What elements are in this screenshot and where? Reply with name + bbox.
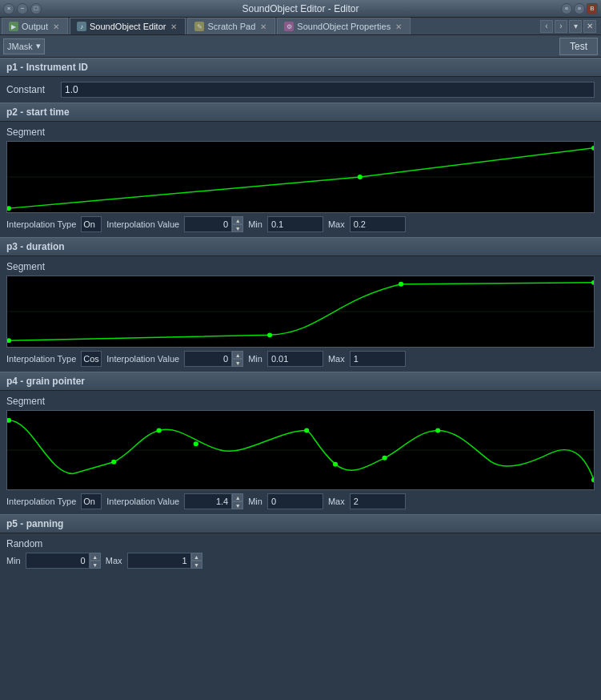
p3-spin-down[interactable]: ▼: [232, 359, 243, 367]
win-btn-r2[interactable]: »: [574, 3, 585, 14]
p3-max-label: Max: [328, 354, 345, 364]
tab-output-close[interactable]: ✕: [51, 22, 61, 31]
p2-interp-row: Interpolation Type On Off Cos Lin Interp…: [6, 216, 595, 232]
p4-spin-up[interactable]: ▲: [232, 493, 243, 501]
win-btn-maximize[interactable]: □: [30, 3, 42, 14]
p2-graph: [6, 141, 595, 213]
p5-header: p5 - panning: [0, 514, 601, 533]
p2-min-input[interactable]: [267, 216, 323, 232]
tab-scratch-pad[interactable]: ✎ Scratch Pad ✕: [187, 18, 275, 34]
test-button[interactable]: Test: [559, 38, 598, 55]
svg-point-10: [7, 418, 11, 423]
svg-point-18: [591, 477, 594, 482]
p3-interp-type-select[interactable]: Cos On Off Lin: [81, 351, 102, 367]
p3-min-label: Min: [248, 354, 262, 364]
tab-scratch-pad-close[interactable]: ✕: [258, 22, 268, 31]
jmask-dropdown-arrow: ▾: [36, 41, 41, 51]
svg-point-7: [399, 282, 403, 287]
p5-random-row: Min ▲ ▼ Max ▲ ▼: [6, 553, 595, 569]
p4-interp-spinner[interactable]: ▲ ▼: [232, 493, 243, 509]
p4-header: p4 - grain pointer: [0, 372, 601, 391]
p5-max-label: Max: [106, 556, 122, 565]
tab-nav-arrows[interactable]: ‹ › ▾ ✕: [540, 18, 599, 34]
p3-spin-up[interactable]: ▲: [232, 351, 243, 359]
win-btn-minimize[interactable]: −: [17, 3, 28, 14]
p3-interp-value-label: Interpolation Value: [106, 354, 179, 364]
p5-max-group: ▲ ▼: [127, 553, 202, 569]
tab-nav-right[interactable]: ›: [555, 20, 567, 33]
scratch-pad-tab-icon: ✎: [194, 22, 204, 31]
p5-max-input[interactable]: [127, 553, 191, 569]
p4-spin-down[interactable]: ▼: [232, 501, 243, 509]
svg-point-17: [435, 428, 440, 433]
p3-header: p3 - duration: [0, 237, 601, 256]
p2-interp-spinner[interactable]: ▲ ▼: [232, 216, 243, 232]
p5-min-input[interactable]: [26, 553, 90, 569]
p3-interp-type-label: Interpolation Type: [6, 354, 76, 364]
p5-content: Random Min ▲ ▼ Max ▲ ▼: [0, 533, 601, 573]
p3-segment-label: Segment: [6, 261, 595, 272]
jmask-dropdown[interactable]: JMask ▾: [3, 38, 45, 54]
p4-min-input[interactable]: [267, 493, 323, 509]
tab-soundobject-editor[interactable]: ♪ SoundObject Editor ✕: [70, 18, 186, 34]
p4-interp-value-input[interactable]: [184, 493, 232, 509]
soundobject-properties-tab-icon: ⚙: [284, 22, 294, 31]
p2-max-label: Max: [328, 219, 345, 229]
tab-nav-down[interactable]: ▾: [569, 20, 582, 33]
win-btn-r1[interactable]: «: [561, 3, 572, 14]
main-toolbar: JMask ▾ Test: [0, 35, 601, 58]
svg-point-1: [7, 206, 11, 211]
p3-min-input[interactable]: [267, 351, 323, 367]
svg-point-14: [304, 428, 309, 433]
p5-min-spin-up[interactable]: ▲: [90, 553, 101, 561]
p4-segment-label: Segment: [6, 396, 595, 407]
tab-nav-left[interactable]: ‹: [540, 20, 553, 33]
p5-max-spin-up[interactable]: ▲: [191, 553, 202, 561]
win-btn-r3[interactable]: B: [587, 3, 598, 14]
win-btn-close[interactable]: ×: [3, 3, 14, 14]
window-controls-right[interactable]: « » B: [561, 3, 598, 14]
main-content: p1 - Instrument ID Constant p2 - start t…: [0, 58, 601, 700]
p2-spin-up[interactable]: ▲: [232, 216, 243, 224]
p5-min-spinner[interactable]: ▲ ▼: [90, 553, 101, 569]
window-controls-left[interactable]: × − □: [3, 3, 42, 14]
p2-min-label: Min: [248, 219, 262, 229]
p4-min-label: Min: [248, 497, 262, 506]
p4-max-input[interactable]: [350, 493, 406, 509]
p2-interp-type-select[interactable]: On Off Cos Lin: [81, 216, 102, 232]
p1-content: Constant: [0, 77, 601, 103]
tab-soundobject-properties[interactable]: ⚙ SoundObject Properties ✕: [277, 18, 411, 34]
p3-interp-spinner[interactable]: ▲ ▼: [232, 351, 243, 367]
p2-max-input[interactable]: [350, 216, 406, 232]
p5-max-spinner[interactable]: ▲ ▼: [191, 553, 202, 569]
window-title: SoundObject Editor - Editor: [242, 3, 359, 14]
p1-constant-label: Constant: [6, 84, 54, 95]
p5-random-label: Random: [6, 538, 595, 549]
tab-nav-close[interactable]: ✕: [583, 20, 596, 33]
p5-max-spin-down[interactable]: ▼: [191, 561, 202, 569]
p4-content: Segment Interpolation Type On: [0, 391, 601, 514]
tab-bar: ▶ Output ✕ ♪ SoundObject Editor ✕ ✎ Scra…: [0, 18, 601, 35]
p2-interp-value-group: ▲ ▼: [184, 216, 243, 232]
p3-max-input[interactable]: [350, 351, 406, 367]
p5-min-label: Min: [6, 556, 21, 565]
tab-soundobject-editor-close[interactable]: ✕: [169, 22, 178, 31]
p3-interp-value-group: ▲ ▼: [184, 351, 243, 367]
p4-interp-type-select[interactable]: On Off Cos Lin: [81, 493, 102, 509]
tab-output[interactable]: ▶ Output ✕: [2, 18, 68, 34]
p1-header: p1 - Instrument ID: [0, 58, 601, 77]
p2-interp-value-input[interactable]: [184, 216, 232, 232]
soundobject-editor-tab-icon: ♪: [77, 22, 86, 31]
svg-point-2: [358, 175, 363, 179]
p1-row: Constant: [6, 82, 595, 98]
p2-spin-down[interactable]: ▼: [232, 224, 243, 232]
p3-interp-row: Interpolation Type Cos On Off Lin Interp…: [6, 351, 595, 367]
svg-point-5: [7, 338, 11, 343]
p2-interp-type-label: Interpolation Type: [6, 219, 76, 229]
p3-interp-value-input[interactable]: [184, 351, 232, 367]
p5-min-group: ▲ ▼: [26, 553, 101, 569]
p5-min-spin-down[interactable]: ▼: [90, 561, 101, 569]
p4-max-label: Max: [328, 497, 345, 506]
p1-constant-input[interactable]: [61, 82, 595, 98]
tab-soundobject-properties-close[interactable]: ✕: [394, 22, 403, 31]
